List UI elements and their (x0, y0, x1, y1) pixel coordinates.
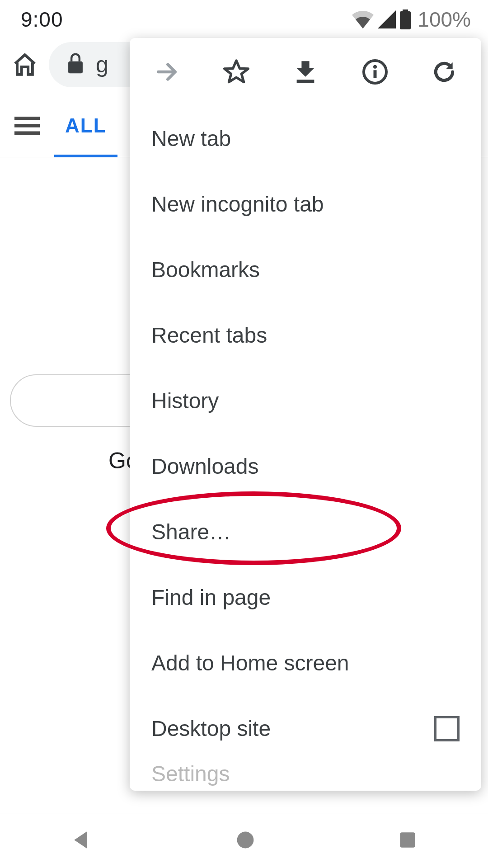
menu-item-add-home[interactable]: Add to Home screen (130, 630, 481, 696)
home-button[interactable] (9, 49, 41, 80)
menu-item-label: Desktop site (151, 716, 271, 741)
status-time: 9:00 (21, 7, 63, 32)
forward-button[interactable] (150, 56, 183, 88)
circle-home-icon (235, 830, 256, 850)
square-recents-icon (398, 830, 417, 849)
tab-all[interactable]: ALL (54, 94, 117, 157)
svg-rect-6 (297, 80, 314, 83)
menu-item-desktop-site[interactable]: Desktop site (130, 696, 481, 761)
menu-item-new-tab[interactable]: New tab (130, 106, 481, 171)
menu-item-label: Settings (151, 761, 230, 786)
menu-icon (14, 116, 40, 135)
cellular-icon (378, 10, 396, 28)
menu-item-label: Share… (151, 519, 231, 544)
menu-item-bookmarks[interactable]: Bookmarks (130, 237, 481, 302)
lock-icon (67, 53, 84, 76)
desktop-site-checkbox[interactable] (434, 716, 460, 741)
overflow-menu: New tab New incognito tab Bookmarks Rece… (130, 38, 481, 791)
menu-item-label: Downloads (151, 454, 258, 479)
download-icon (294, 59, 317, 85)
download-button[interactable] (289, 56, 322, 88)
menu-item-recent-tabs[interactable]: Recent tabs (130, 302, 481, 368)
svg-rect-9 (373, 70, 376, 78)
menu-item-share[interactable]: Share… (130, 499, 481, 565)
star-icon (223, 58, 250, 85)
svg-point-8 (373, 65, 377, 69)
reload-icon (432, 59, 457, 85)
nav-home-button[interactable] (235, 830, 256, 852)
menu-item-history[interactable]: History (130, 368, 481, 434)
nav-recents-button[interactable] (398, 830, 417, 851)
menu-item-label: New incognito tab (151, 192, 324, 217)
menu-items: New tab New incognito tab Bookmarks Rece… (130, 106, 481, 791)
status-icons: 100% (352, 7, 471, 32)
bookmark-button[interactable] (220, 56, 253, 88)
menu-item-label: Find in page (151, 585, 271, 610)
menu-item-settings[interactable]: Settings (130, 761, 481, 791)
svg-point-10 (237, 831, 254, 848)
url-text: g (96, 52, 108, 78)
menu-item-label: Bookmarks (151, 257, 260, 282)
home-icon (12, 52, 38, 78)
menu-item-label: New tab (151, 126, 231, 151)
info-icon (361, 58, 389, 85)
battery-percent: 100% (418, 7, 471, 32)
menu-item-downloads[interactable]: Downloads (130, 434, 481, 499)
menu-item-label: Recent tabs (151, 323, 267, 348)
menu-item-new-incognito[interactable]: New incognito tab (130, 171, 481, 237)
menu-item-label: History (151, 388, 219, 413)
reload-button[interactable] (428, 56, 460, 88)
system-nav-bar (0, 813, 488, 868)
svg-rect-0 (400, 11, 411, 29)
triangle-back-icon (71, 829, 93, 851)
menu-item-label: Add to Home screen (151, 651, 349, 675)
svg-rect-2 (68, 61, 83, 74)
battery-icon (399, 9, 411, 29)
arrow-right-icon (154, 59, 179, 85)
menu-item-find-in-page[interactable]: Find in page (130, 565, 481, 630)
page-info-button[interactable] (359, 56, 391, 88)
svg-rect-11 (400, 832, 415, 848)
status-bar: 9:00 100% (0, 0, 488, 35)
menu-icon-row (130, 38, 481, 106)
hamburger-button[interactable] (0, 116, 54, 135)
nav-back-button[interactable] (71, 829, 93, 853)
svg-rect-1 (403, 9, 408, 12)
wifi-icon (352, 10, 374, 28)
